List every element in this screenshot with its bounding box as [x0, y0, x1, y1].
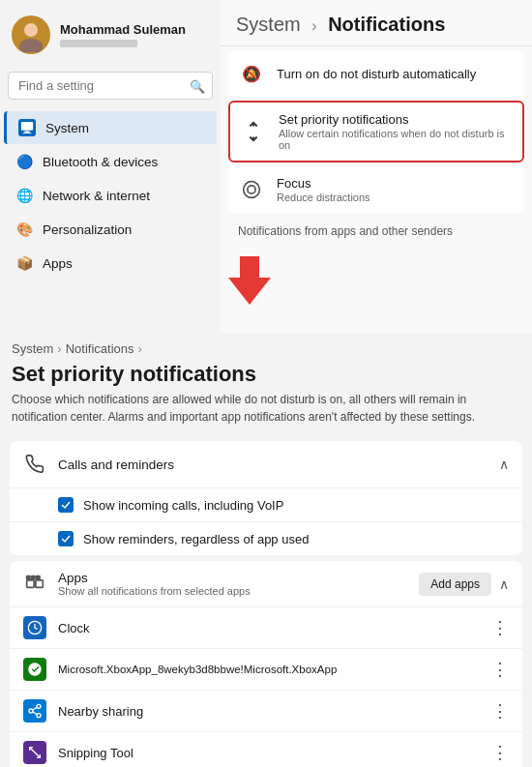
svg-point-8: [248, 186, 255, 193]
breadcrumb-system[interactable]: System: [236, 14, 301, 35]
bc-sep2: ›: [138, 341, 142, 356]
svg-point-1: [19, 39, 43, 52]
breadcrumb: System › Notifications: [236, 14, 517, 36]
bc-notifications[interactable]: Notifications: [66, 341, 134, 356]
xbox-app-menu[interactable]: ⋮: [491, 661, 509, 678]
calls-chevron-icon: ∧: [499, 457, 509, 472]
sidebar-item-network-label: Network & internet: [43, 189, 150, 203]
search-input[interactable]: [8, 72, 213, 100]
sidebar-item-apps-label: Apps: [43, 256, 73, 271]
calls-section-header[interactable]: Calls and reminders ∧: [10, 441, 522, 487]
apps-icon: 📦: [15, 254, 33, 272]
svg-rect-3: [24, 132, 29, 133]
apps-section-icon: [23, 573, 46, 596]
calls-section: Calls and reminders ∧ Show incoming call…: [10, 441, 522, 555]
setting-dnd-text: Turn on do not disturb automatically: [277, 67, 515, 81]
setting-priority-sub: Allow certain notifications when do not …: [279, 128, 513, 151]
setting-dnd-title: Turn on do not disturb automatically: [277, 67, 515, 81]
svg-line-18: [33, 712, 38, 715]
dnd-icon: 🔕: [238, 60, 265, 87]
section-label: Notifications from apps and other sender…: [228, 217, 524, 242]
svg-line-20: [30, 748, 41, 758]
user-profile[interactable]: Mohammad Suleman: [0, 8, 221, 62]
bc-system[interactable]: System: [12, 341, 53, 356]
checkbox-reminders-box[interactable]: [58, 531, 74, 546]
search-icon: 🔍: [190, 78, 205, 93]
apps-section-text: Apps Show all notifications from selecte…: [58, 571, 251, 597]
breadcrumb-current: Notifications: [328, 14, 445, 35]
arrow-stem: [240, 256, 259, 278]
app-item-snipping[interactable]: Snipping Tool ⋮: [10, 731, 522, 767]
page-header: System › Notifications: [221, 0, 532, 46]
setting-focus-title: Focus: [277, 176, 515, 191]
bc-sep1: ›: [57, 341, 61, 356]
svg-rect-12: [32, 575, 35, 578]
xbox-app-icon: [23, 658, 46, 681]
setting-priority-title: Set priority notifications: [279, 112, 513, 127]
page-description: Choose which notifications are allowed w…: [0, 391, 532, 435]
snipping-app-icon: [23, 741, 46, 764]
setting-dnd[interactable]: 🔕 Turn on do not disturb automatically: [228, 50, 524, 97]
checkbox-voip-label: Show incoming calls, including VoIP: [83, 498, 283, 513]
setting-priority[interactable]: Set priority notifications Allow certain…: [228, 101, 524, 162]
app-item-xbox[interactable]: Microsoft.XboxApp_8wekyb3d8bbwe!Microsof…: [10, 648, 522, 690]
bluetooth-icon: 🔵: [15, 153, 33, 170]
sidebar-item-bluetooth-label: Bluetooth & devices: [43, 155, 158, 169]
svg-rect-4: [23, 133, 32, 133]
sidebar-item-personalization[interactable]: 🎨 Personalization: [4, 213, 217, 246]
svg-rect-9: [27, 579, 35, 587]
down-arrow-indicator: [228, 256, 271, 305]
app-item-nearby[interactable]: Nearby sharing ⋮: [10, 690, 522, 731]
bottom-section: System › Notifications › Set priority no…: [0, 334, 532, 767]
apps-header-right: Add apps ∧: [419, 573, 509, 596]
svg-rect-2: [21, 122, 33, 131]
svg-point-7: [244, 182, 260, 198]
nearby-app-icon: [23, 699, 46, 723]
calls-icon: [23, 453, 46, 476]
calls-header-text: Calls and reminders: [58, 457, 174, 472]
snipping-app-name: Snipping Tool: [58, 746, 491, 760]
apps-section: Apps Show all notifications from selecte…: [10, 561, 522, 767]
settings-list: 🔕 Turn on do not disturb automatically: [221, 50, 532, 242]
network-icon: 🌐: [15, 187, 33, 204]
avatar: [12, 15, 50, 54]
calls-header-left: Calls and reminders: [23, 453, 174, 476]
setting-focus-text: Focus Reduce distractions: [277, 176, 515, 203]
sidebar-item-apps[interactable]: 📦 Apps: [4, 247, 217, 280]
focus-icon: [238, 176, 265, 203]
checkbox-reminders[interactable]: Show reminders, regardless of app used: [10, 521, 522, 555]
xbox-app-name: Microsoft.XboxApp_8wekyb3d8bbwe!Microsof…: [58, 664, 491, 675]
user-sub-placeholder: [60, 40, 137, 47]
nearby-app-name: Nearby sharing: [58, 704, 491, 719]
apps-title: Apps: [58, 571, 251, 585]
checkbox-voip[interactable]: Show incoming calls, including VoIP: [10, 487, 522, 521]
svg-point-16: [29, 709, 33, 713]
sidebar: Mohammad Suleman 🔍 System 🔵 Bluetooth & …: [0, 0, 221, 334]
svg-rect-10: [36, 579, 44, 587]
apps-chevron-icon: ∧: [499, 576, 509, 592]
page-title: Set priority notifications: [0, 360, 532, 391]
breadcrumb-sep1: ›: [311, 17, 316, 34]
svg-point-0: [24, 23, 38, 37]
clock-app-name: Clock: [58, 621, 491, 635]
sidebar-item-network[interactable]: 🌐 Network & internet: [4, 179, 217, 212]
sidebar-item-personalization-label: Personalization: [43, 222, 132, 237]
setting-focus[interactable]: Focus Reduce distractions: [228, 166, 524, 213]
setting-priority-text: Set priority notifications Allow certain…: [279, 112, 513, 151]
search-box[interactable]: 🔍: [8, 72, 213, 100]
nearby-app-menu[interactable]: ⋮: [491, 702, 509, 720]
clock-app-icon: [23, 616, 46, 639]
svg-rect-11: [27, 575, 30, 578]
clock-app-menu[interactable]: ⋮: [491, 619, 509, 636]
checkbox-reminders-label: Show reminders, regardless of app used: [83, 532, 309, 546]
snipping-app-menu[interactable]: ⋮: [491, 744, 509, 761]
priority-icon: [240, 118, 267, 145]
user-name: Mohammad Suleman: [60, 22, 186, 37]
add-apps-button[interactable]: Add apps: [419, 573, 491, 596]
app-item-clock[interactable]: Clock ⋮: [10, 606, 522, 648]
sidebar-item-bluetooth[interactable]: 🔵 Bluetooth & devices: [4, 145, 217, 178]
sidebar-item-system[interactable]: System: [4, 111, 217, 144]
calls-title: Calls and reminders: [58, 457, 174, 472]
checkbox-voip-box[interactable]: [58, 497, 74, 513]
arrow-head: [228, 278, 271, 305]
